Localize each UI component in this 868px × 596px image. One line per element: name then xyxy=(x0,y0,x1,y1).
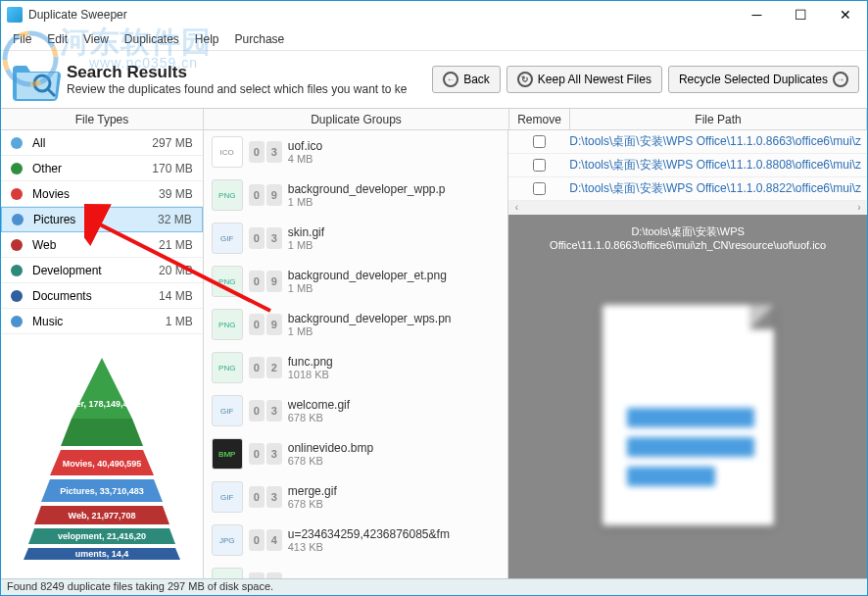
file-path-text: D:\tools\桌面\安装\WPS Office\11.1.0.8822\of… xyxy=(569,180,867,197)
group-size: 1 MB xyxy=(288,239,501,251)
group-filename: welcome.gif xyxy=(288,398,501,412)
file-type-item[interactable]: Web21 MB xyxy=(1,232,203,258)
svg-marker-3 xyxy=(61,419,143,446)
color-dot-icon xyxy=(11,239,23,251)
group-filename: merge.gif xyxy=(288,484,501,498)
duplicate-group-item[interactable]: PNG09background_developer_wpp.p1 MB xyxy=(204,174,508,217)
file-type-size: 1 MB xyxy=(166,315,193,328)
group-size: 413 KB xyxy=(288,541,501,553)
window-title: Duplicate Sweeper xyxy=(28,8,735,22)
right-pane: D:\tools\桌面\安装\WPS Office\11.1.0.8663\of… xyxy=(508,130,867,580)
maximize-button[interactable]: ☐ xyxy=(779,1,823,28)
status-bar: Found 8249 duplicate files taking 297 MB… xyxy=(1,578,867,595)
file-type-item[interactable]: Documents14 MB xyxy=(1,283,203,309)
group-size: 678 KB xyxy=(288,412,501,423)
menu-purchase[interactable]: Purchase xyxy=(227,30,293,48)
svg-text:er, 178,149,4: er, 178,149,4 xyxy=(75,399,127,409)
keep-newest-button[interactable]: ↻Keep All Newest Files xyxy=(506,66,662,93)
duplicate-group-item[interactable]: GIF03skin.gif1 MB xyxy=(204,217,508,260)
header-band: Search Results Review the duplicates fou… xyxy=(1,50,867,109)
file-type-item[interactable]: Other170 MB xyxy=(1,156,203,181)
file-type-item[interactable]: Pictures32 MB xyxy=(1,207,203,232)
page-title: Search Results xyxy=(67,63,432,82)
header-text: Search Results Review the duplicates fou… xyxy=(67,63,432,96)
col-file-path[interactable]: File Path xyxy=(570,109,867,129)
scroll-right-icon[interactable]: › xyxy=(853,202,865,214)
back-button[interactable]: ←Back xyxy=(432,66,501,93)
remove-checkbox[interactable] xyxy=(533,135,546,148)
group-filename: onlinevideo.bmp xyxy=(288,441,501,455)
group-filename: background_developer_et.png xyxy=(288,269,501,282)
col-file-types[interactable]: File Types xyxy=(1,109,204,129)
file-type-item[interactable]: Music1 MB xyxy=(1,309,203,334)
duplicate-groups-list[interactable]: ICO03uof.ico4 MBPNG09background_develope… xyxy=(204,130,509,580)
duplicate-group-item[interactable]: PNG09background_developer_et.png1 MB xyxy=(204,260,508,303)
file-path-row[interactable]: D:\tools\桌面\安装\WPS Office\11.1.0.8822\of… xyxy=(508,177,867,201)
minimize-button[interactable]: ─ xyxy=(735,1,779,28)
count-badge: 09 xyxy=(249,314,282,335)
group-size: 1 MB xyxy=(288,282,501,294)
recycle-button[interactable]: Recycle Selected Duplicates→ xyxy=(668,66,859,93)
file-type-item[interactable]: Movies39 MB xyxy=(1,181,203,207)
duplicate-group-item[interactable]: BMP03onlinevideo.bmp678 KB xyxy=(204,432,508,475)
count-badge: 02 xyxy=(249,357,282,378)
file-thumbnail-icon: PNG xyxy=(212,352,243,383)
group-size: 1 MB xyxy=(288,196,501,208)
menu-file[interactable]: File xyxy=(5,30,39,48)
menu-bar: File Edit View Duplicates Help Purchase xyxy=(1,28,867,50)
duplicate-group-item[interactable]: PNG02func.png1018 KB xyxy=(204,346,508,389)
group-size: 1 MB xyxy=(288,325,501,337)
svg-text:uments, 14,4: uments, 14,4 xyxy=(75,549,129,559)
menu-help[interactable]: Help xyxy=(187,30,227,48)
scroll-left-icon[interactable]: ‹ xyxy=(510,202,522,214)
file-path-row[interactable]: D:\tools\桌面\安装\WPS Office\11.1.0.8663\of… xyxy=(508,130,867,154)
file-type-size: 21 MB xyxy=(159,238,193,252)
color-dot-icon xyxy=(11,137,23,149)
duplicate-group-item[interactable]: PNG09background_developer_wps.pn1 MB xyxy=(204,303,508,346)
svg-text:Pictures, 33,710,483: Pictures, 33,710,483 xyxy=(60,486,144,496)
file-thumbnail-icon: GIF xyxy=(212,395,243,426)
svg-text:Movies, 40,490,595: Movies, 40,490,595 xyxy=(63,459,142,469)
duplicate-group-item[interactable]: JPG04u=234634259,4236876085&fm413 KB xyxy=(204,519,508,562)
color-dot-icon xyxy=(12,214,24,225)
file-path-text: D:\tools\桌面\安装\WPS Office\11.1.0.8663\of… xyxy=(569,133,867,150)
file-type-size: 170 MB xyxy=(152,162,192,175)
color-dot-icon xyxy=(11,290,23,302)
file-type-size: 32 MB xyxy=(158,213,192,226)
menu-duplicates[interactable]: Duplicates xyxy=(117,30,187,48)
file-type-label: Other xyxy=(32,162,152,175)
group-size: 678 KB xyxy=(288,498,501,510)
file-type-label: Documents xyxy=(32,289,159,303)
duplicate-group-item[interactable]: GIF03merge.gif678 KB xyxy=(204,475,508,519)
back-arrow-icon: ← xyxy=(443,72,458,87)
file-type-label: All xyxy=(32,136,152,150)
preview-path: D:\tools\桌面\安装\WPS Office\11.1.0.8663\of… xyxy=(516,223,859,255)
horizontal-scrollbar[interactable]: ‹ › xyxy=(508,201,867,215)
file-type-item[interactable]: All297 MB xyxy=(1,130,203,156)
file-thumbnail-icon: PNG xyxy=(212,266,243,297)
refresh-icon: ↻ xyxy=(517,72,533,87)
col-remove[interactable]: Remove xyxy=(509,109,570,129)
menu-view[interactable]: View xyxy=(75,30,117,48)
remove-checkbox[interactable] xyxy=(533,182,546,195)
file-thumbnail-icon: PNG xyxy=(212,309,243,340)
col-duplicate-groups[interactable]: Duplicate Groups xyxy=(204,109,509,129)
sidebar: All297 MBOther170 MBMovies39 MBPictures3… xyxy=(1,130,204,580)
duplicate-group-item[interactable]: ICO03uof.ico4 MB xyxy=(204,130,508,174)
count-badge: 03 xyxy=(249,486,282,508)
file-type-label: Music xyxy=(32,315,166,328)
close-button[interactable]: ✕ xyxy=(823,1,867,28)
window-controls: ─ ☐ ✕ xyxy=(735,1,867,28)
file-thumbnail-icon: BMP xyxy=(212,438,243,470)
file-type-label: Development xyxy=(32,264,159,277)
svg-text:velopment, 21,416,20: velopment, 21,416,20 xyxy=(58,531,146,541)
count-badge: 03 xyxy=(249,400,282,422)
file-type-item[interactable]: Development20 MB xyxy=(1,258,203,283)
remove-checkbox[interactable] xyxy=(533,159,546,172)
svg-text:Web, 21,977,708: Web, 21,977,708 xyxy=(68,511,135,521)
count-badge: 03 xyxy=(249,227,282,249)
duplicate-group-item[interactable]: GIF03welcome.gif678 KB xyxy=(204,389,508,432)
group-size: 678 KB xyxy=(288,455,501,467)
menu-edit[interactable]: Edit xyxy=(39,30,75,48)
file-path-row[interactable]: D:\tools\桌面\安装\WPS Office\11.1.0.8808\of… xyxy=(508,154,867,177)
